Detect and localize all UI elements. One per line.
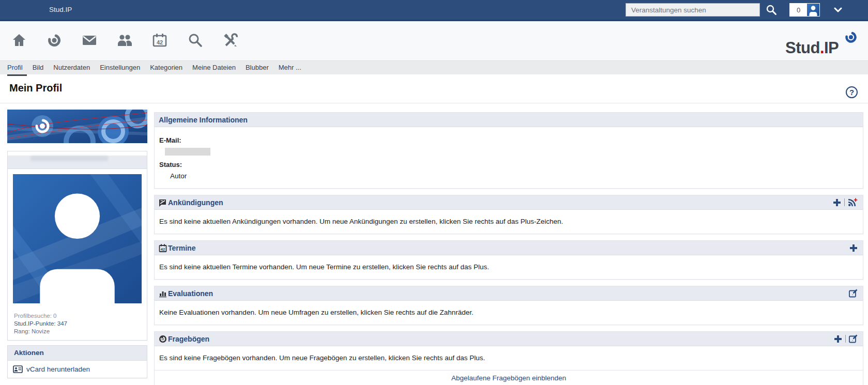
- main-icon-bar: 42 Stud.IP: [0, 21, 868, 60]
- evaluations-empty-text: Keine Evaluationen vorhanden. Um neue Um…: [155, 301, 863, 325]
- home-icon[interactable]: [11, 33, 27, 48]
- sidebar-banner-image: [7, 110, 147, 143]
- add-questionnaire-icon[interactable]: [834, 335, 842, 343]
- vcard-download-link[interactable]: vCard herunterladen: [26, 365, 90, 373]
- logo-part1: Stud: [785, 39, 820, 57]
- topbar: Stud.IP 0: [0, 0, 868, 21]
- profile-spiral-icon[interactable]: [47, 33, 62, 48]
- questionnaires-actions: [834, 334, 858, 343]
- tab-mehr[interactable]: Mehr ...: [279, 61, 301, 74]
- studip-logo-spiral-icon: [844, 30, 858, 44]
- evaluation-chart-icon: [159, 289, 167, 298]
- questionnaires-header: Fragebögen: [155, 332, 863, 346]
- chevron-down-icon[interactable]: [834, 7, 842, 12]
- actions-title: Aktionen: [8, 346, 147, 361]
- dates-actions: [849, 244, 858, 252]
- questionnaires-footer: Abgelaufene Fragebögen einblenden: [155, 370, 863, 385]
- add-date-icon[interactable]: [849, 244, 858, 252]
- profile-stats: Profilbesuche: 0 Stud.IP-Punkte: 347 Ran…: [8, 311, 147, 340]
- notification-counter: 0: [789, 3, 820, 17]
- section-evaluations: Evaluationen Keine Evaluationen vorhande…: [154, 286, 863, 325]
- main-content: Allgemeine Informationen E-Mail: Status:…: [154, 112, 863, 385]
- planner-icon-number: 42: [157, 39, 163, 45]
- icon-separator: [844, 198, 845, 206]
- add-announcement-icon[interactable]: [833, 198, 841, 207]
- announcements-title: Ankündigungen: [168, 198, 223, 207]
- profile-avatar[interactable]: [13, 174, 142, 303]
- tools-icon[interactable]: [222, 33, 238, 48]
- tab-nutzerdaten[interactable]: Nutzerdaten: [53, 61, 90, 74]
- general-info-header: Allgemeine Informationen: [155, 113, 863, 127]
- active-tab-indicator: [7, 74, 27, 76]
- dates-title: Termine: [168, 244, 195, 252]
- general-info-title: Allgemeine Informationen: [159, 116, 248, 124]
- icon-separator: [845, 335, 846, 343]
- search-input[interactable]: [626, 3, 760, 17]
- planner-icon[interactable]: 42: [152, 33, 167, 48]
- edit-questionnaires-icon[interactable]: [849, 334, 858, 343]
- announcements-empty-text: Es sind keine aktuellen Ankündigungen vo…: [155, 210, 863, 234]
- studip-logo: Stud.IP: [785, 33, 852, 57]
- studip-profile-page: { "colors": { "brand_blue": "#28497c", "…: [0, 0, 868, 385]
- heading-divider: [0, 103, 868, 103]
- general-info-body: E-Mail: Status: Autor: [155, 127, 863, 188]
- edit-evaluations-icon[interactable]: [849, 289, 858, 298]
- tab-profil[interactable]: Profil: [7, 61, 23, 74]
- questionnaires-title: Fragebögen: [168, 335, 209, 343]
- profile-visits: Profilbesuche: 0: [14, 312, 141, 320]
- tab-blubber[interactable]: Blubber: [246, 61, 269, 74]
- rss-feed-icon[interactable]: [848, 198, 858, 207]
- page-title: Mein Profil: [9, 82, 62, 94]
- community-icon[interactable]: [117, 33, 132, 48]
- vcard-icon: [13, 365, 23, 373]
- profile-name-strip: [8, 156, 147, 169]
- date-icon: 42: [159, 244, 167, 252]
- questionnaire-icon: [159, 335, 167, 343]
- announcements-header: Ankündigungen: [155, 195, 863, 210]
- tab-kategorien[interactable]: Kategorien: [150, 61, 182, 74]
- user-avatar[interactable]: [807, 4, 819, 16]
- show-expired-questionnaires-link[interactable]: Abgelaufene Fragebögen einblenden: [451, 374, 566, 382]
- evaluations-title: Evaluationen: [168, 289, 213, 298]
- notification-count: 0: [790, 6, 807, 14]
- messages-icon[interactable]: [82, 33, 97, 48]
- logo-dot: .: [820, 39, 824, 57]
- dates-empty-text: Es sind keine aktuellen Termine vorhande…: [155, 255, 863, 279]
- studip-points-link[interactable]: Stud.IP-Punkte: 347: [14, 320, 141, 328]
- evaluations-header: Evaluationen: [155, 286, 863, 301]
- profile-name-redacted: [31, 156, 108, 161]
- section-dates: 42 Termine Es sind keine aktuellen Termi…: [154, 240, 863, 280]
- help-icon[interactable]: ?: [846, 86, 858, 98]
- news-icon: [159, 198, 167, 207]
- search-icon[interactable]: [766, 4, 777, 16]
- status-label: Status:: [159, 161, 858, 168]
- logo-part2: IP: [824, 39, 839, 57]
- dates-header: 42 Termine: [155, 241, 863, 255]
- sidebar: Profilbesuche: 0 Stud.IP-Punkte: 347 Ran…: [7, 110, 147, 378]
- tab-einstellungen[interactable]: Einstellungen: [100, 61, 140, 74]
- topbar-title: Stud.IP: [49, 0, 72, 20]
- section-general-info: Allgemeine Informationen E-Mail: Status:…: [154, 112, 863, 189]
- search-nav-icon[interactable]: [187, 33, 203, 48]
- topbar-right-cluster: 0: [626, 3, 842, 17]
- questionnaires-empty-text: Es sind keine Fragebögen vorhanden. Um n…: [155, 346, 863, 370]
- actions-widget: Aktionen vCard herunterladen: [7, 345, 147, 378]
- evaluations-actions: [849, 289, 858, 298]
- section-questionnaires: Fragebögen Es sind keine Fragebögen vorh…: [154, 331, 863, 385]
- profile-rank: Rang: Novize: [14, 328, 141, 335]
- vcard-action-row[interactable]: vCard herunterladen: [8, 361, 147, 378]
- date-icon-number: 42: [161, 247, 165, 252]
- studip-logo-text: Stud.IP: [785, 39, 839, 57]
- profile-card: Profilbesuche: 0 Stud.IP-Punkte: 347 Ran…: [7, 151, 147, 341]
- tab-bild[interactable]: Bild: [33, 61, 44, 74]
- email-label: E-Mail:: [159, 136, 858, 144]
- tab-meine-dateien[interactable]: Meine Dateien: [192, 61, 236, 74]
- section-announcements: Ankündigungen Es sind keine aktuellen An…: [154, 195, 863, 234]
- email-value-redacted: [165, 148, 210, 156]
- main-nav-icons: 42: [11, 33, 238, 48]
- announcements-actions: [833, 198, 858, 207]
- status-value: Autor: [170, 172, 858, 180]
- profile-tab-bar: Profil Bild Nutzerdaten Einstellungen Ka…: [0, 60, 868, 74]
